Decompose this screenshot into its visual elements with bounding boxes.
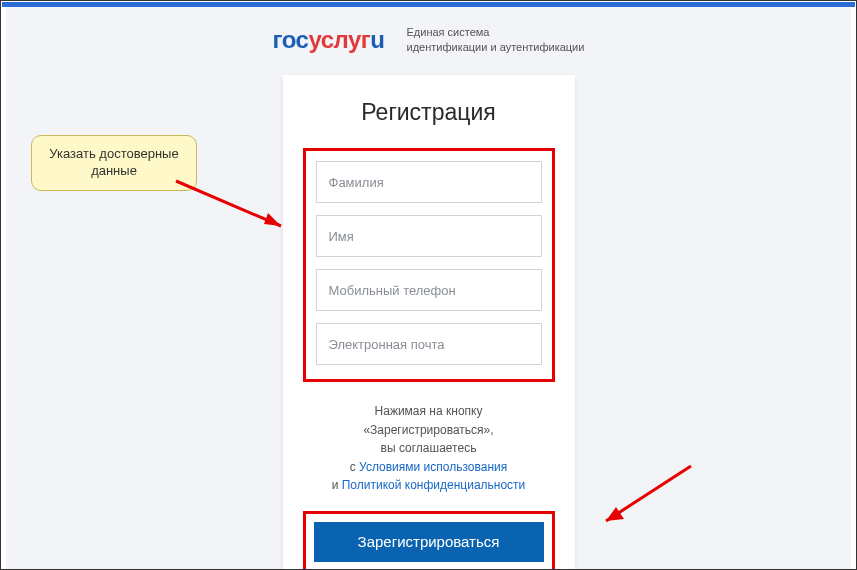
consent-line3: вы соглашаетесь	[381, 441, 477, 455]
header-subtitle: Единая система идентификации и аутентифи…	[407, 25, 585, 55]
logo-part-gos: гос	[273, 26, 309, 53]
callout-text: Указать достоверные данные	[49, 146, 178, 178]
privacy-link[interactable]: Политикой конфиденциальности	[342, 478, 526, 492]
logo: госуслугu	[273, 26, 385, 54]
name-input[interactable]	[316, 215, 542, 257]
logo-part-i: u	[370, 26, 384, 53]
button-highlight-box: Зарегистрироваться	[303, 511, 555, 570]
subtitle-line2: идентификации и аутентификации	[407, 40, 585, 55]
consent-text: Нажимая на кнопку «Зарегистрироваться», …	[303, 402, 555, 495]
phone-input[interactable]	[316, 269, 542, 311]
consent-line5-pre: и	[332, 478, 342, 492]
page-title: Регистрация	[303, 99, 555, 126]
registration-card: Регистрация Нажимая на кнопку «Зарегистр…	[283, 75, 575, 570]
surname-input[interactable]	[316, 161, 542, 203]
email-input[interactable]	[316, 323, 542, 365]
callout-tooltip: Указать достоверные данные	[31, 135, 197, 191]
terms-link[interactable]: Условиями использования	[359, 460, 507, 474]
consent-line4-pre: с	[350, 460, 359, 474]
consent-line2: «Зарегистрироваться»,	[363, 423, 493, 437]
fields-highlight-box	[303, 148, 555, 382]
consent-line1: Нажимая на кнопку	[375, 404, 483, 418]
subtitle-line1: Единая система	[407, 25, 585, 40]
register-button[interactable]: Зарегистрироваться	[314, 522, 544, 562]
header: госуслугu Единая система идентификации и…	[1, 25, 856, 55]
logo-part-uslug: услуг	[308, 26, 370, 53]
